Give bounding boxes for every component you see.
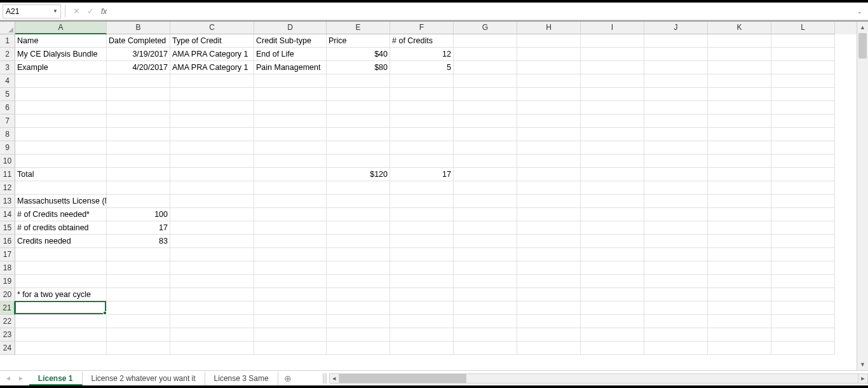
hscroll-thumb[interactable] <box>339 374 466 383</box>
cell[interactable] <box>708 74 771 88</box>
cell[interactable] <box>708 88 771 101</box>
cell[interactable] <box>708 34 771 48</box>
cell[interactable] <box>107 101 170 114</box>
cell[interactable] <box>454 235 517 248</box>
cell[interactable] <box>454 61 517 74</box>
cell[interactable] <box>771 221 835 235</box>
cell[interactable] <box>327 288 390 301</box>
cell[interactable] <box>517 195 581 208</box>
cell[interactable] <box>517 221 581 235</box>
cell[interactable] <box>771 74 835 88</box>
cell[interactable] <box>170 315 254 328</box>
cell[interactable]: Example <box>15 61 107 74</box>
cell[interactable] <box>170 155 254 168</box>
cell[interactable] <box>708 181 771 195</box>
cell[interactable] <box>771 114 835 128</box>
cell[interactable] <box>15 248 107 261</box>
column-header-g[interactable]: G <box>454 22 517 34</box>
cell[interactable]: # of Credits <box>390 34 454 48</box>
cell[interactable] <box>254 275 327 288</box>
cell[interactable] <box>517 61 581 74</box>
cell[interactable] <box>771 48 835 61</box>
cell[interactable] <box>454 141 517 155</box>
scroll-down-icon[interactable]: ▼ <box>857 359 868 370</box>
cell[interactable] <box>390 208 454 221</box>
cell[interactable] <box>644 342 708 355</box>
cell[interactable] <box>581 88 644 101</box>
cell[interactable] <box>254 128 327 141</box>
row-header[interactable]: 5 <box>0 88 15 101</box>
cell[interactable] <box>15 128 107 141</box>
cell[interactable] <box>581 235 644 248</box>
column-header-d[interactable]: D <box>254 22 327 34</box>
cell[interactable] <box>708 168 771 181</box>
cell[interactable] <box>390 101 454 114</box>
column-header-e[interactable]: E <box>327 22 390 34</box>
cell[interactable] <box>454 275 517 288</box>
cell[interactable] <box>517 208 581 221</box>
cell[interactable]: * for a two year cycle <box>15 288 107 301</box>
column-header-c[interactable]: C <box>170 22 254 34</box>
cell[interactable] <box>454 315 517 328</box>
cell[interactable] <box>327 235 390 248</box>
cell[interactable] <box>644 288 708 301</box>
cell[interactable] <box>390 342 454 355</box>
cell[interactable] <box>644 114 708 128</box>
cell[interactable] <box>708 128 771 141</box>
cell[interactable] <box>517 288 581 301</box>
cell[interactable] <box>644 261 708 275</box>
cell[interactable] <box>581 61 644 74</box>
cell[interactable] <box>454 221 517 235</box>
cell[interactable] <box>107 275 170 288</box>
cell[interactable] <box>15 114 107 128</box>
vscroll-thumb[interactable] <box>858 33 867 59</box>
cell[interactable] <box>644 248 708 261</box>
cell[interactable] <box>771 168 835 181</box>
cell[interactable] <box>170 101 254 114</box>
row-header[interactable]: 21 <box>0 301 15 315</box>
cell[interactable] <box>517 48 581 61</box>
column-header-k[interactable]: K <box>708 22 771 34</box>
cell[interactable] <box>644 181 708 195</box>
cell[interactable] <box>107 328 170 342</box>
cell[interactable] <box>771 88 835 101</box>
cell[interactable] <box>327 328 390 342</box>
cell[interactable] <box>390 114 454 128</box>
cell[interactable]: Price <box>327 34 390 48</box>
column-header-b[interactable]: B <box>107 22 170 34</box>
row-header[interactable]: 16 <box>0 235 15 248</box>
cell[interactable] <box>771 128 835 141</box>
row-header[interactable]: 7 <box>0 114 15 128</box>
row-header[interactable]: 15 <box>0 221 15 235</box>
cell[interactable] <box>254 261 327 275</box>
cell[interactable] <box>771 328 835 342</box>
cell[interactable] <box>170 114 254 128</box>
cell[interactable] <box>517 235 581 248</box>
cell[interactable] <box>581 342 644 355</box>
cell[interactable] <box>644 315 708 328</box>
cell[interactable] <box>771 275 835 288</box>
cell[interactable] <box>170 288 254 301</box>
cell[interactable] <box>708 315 771 328</box>
cell[interactable] <box>517 128 581 141</box>
cell[interactable]: My CE Dialysis Bundle <box>15 48 107 61</box>
cell[interactable] <box>644 101 708 114</box>
cell[interactable] <box>644 48 708 61</box>
column-header-f[interactable]: F <box>390 22 454 34</box>
cell[interactable] <box>327 261 390 275</box>
cell[interactable] <box>581 288 644 301</box>
cell[interactable] <box>517 261 581 275</box>
vscroll-track[interactable] <box>857 33 868 359</box>
cell[interactable] <box>170 275 254 288</box>
cell[interactable] <box>254 155 327 168</box>
cell[interactable] <box>517 248 581 261</box>
cell[interactable] <box>254 74 327 88</box>
cell[interactable] <box>170 195 254 208</box>
cell[interactable] <box>390 261 454 275</box>
cell[interactable]: $120 <box>327 168 390 181</box>
cell[interactable] <box>254 101 327 114</box>
cell[interactable] <box>771 288 835 301</box>
row-header[interactable]: 24 <box>0 342 15 355</box>
cell[interactable] <box>254 114 327 128</box>
cell[interactable] <box>581 114 644 128</box>
